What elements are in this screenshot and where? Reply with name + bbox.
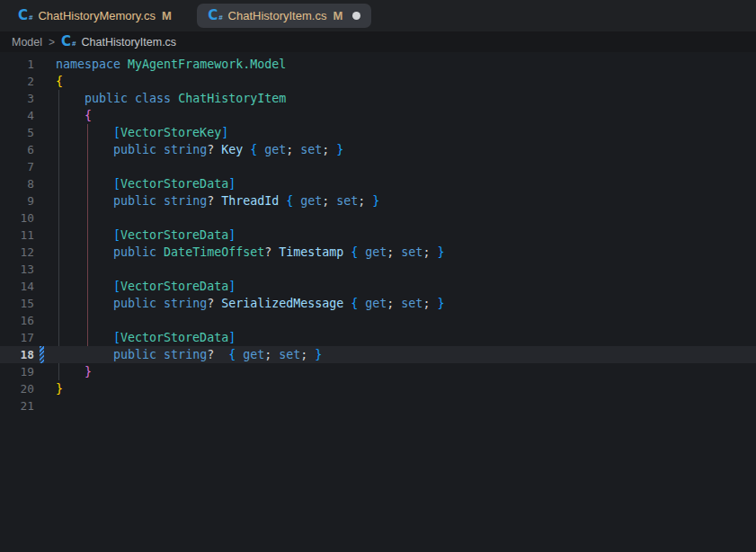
code-text[interactable]: [VectorStoreData]: [56, 278, 236, 295]
line-number[interactable]: 17: [0, 329, 34, 346]
line-number[interactable]: 6: [0, 141, 34, 158]
breadcrumb: Model > C# ChatHistoryItem.cs: [0, 31, 756, 52]
git-modified-gutter-marker: [40, 346, 44, 363]
code-text[interactable]: public string? SerializedMessage { get; …: [56, 295, 444, 312]
line-number[interactable]: 14: [0, 278, 34, 295]
code-line-5[interactable]: 5 [VectorStoreKey]: [0, 124, 756, 141]
tab-label: ChatHistoryMemory.cs: [38, 9, 156, 22]
gutter-decoration-area: [34, 244, 56, 261]
code-line-21[interactable]: 21: [0, 397, 756, 414]
code-text[interactable]: namespace MyAgentFramework.Model: [56, 56, 286, 73]
code-line-13[interactable]: 13: [0, 261, 756, 278]
code-text[interactable]: public string? { get; set; }: [56, 346, 322, 363]
gutter-decoration-area: [34, 397, 56, 414]
gutter-decoration-area: [34, 209, 56, 227]
code-text[interactable]: public string? ThreadId { get; set; }: [56, 192, 379, 209]
gutter-decoration-area: [34, 329, 56, 346]
code-line-17[interactable]: 17 [VectorStoreData]: [0, 329, 756, 346]
code-text[interactable]: [VectorStoreData]: [56, 227, 236, 244]
code-line-12[interactable]: 12 public DateTimeOffset? Timestamp { ge…: [0, 244, 756, 261]
gutter-decoration-area: [34, 312, 56, 329]
gutter-decoration-area: [34, 363, 56, 380]
code-line-7[interactable]: 7: [0, 158, 756, 175]
gutter-decoration-area: [34, 227, 56, 244]
code-line-16[interactable]: 16: [0, 312, 756, 329]
code-line-6[interactable]: 6 public string? Key { get; set; }: [0, 141, 756, 158]
tab-label: ChatHistoryItem.cs: [228, 9, 327, 22]
line-number[interactable]: 5: [0, 124, 34, 141]
code-line-18[interactable]: 18 public string? { get; set; }: [0, 346, 756, 363]
chevron-right-icon: >: [49, 36, 55, 49]
csharp-file-icon: C#: [208, 9, 222, 22]
git-modified-badge: M: [333, 9, 342, 22]
line-number[interactable]: 1: [0, 56, 34, 73]
code-line-9[interactable]: 9 public string? ThreadId { get; set; }: [0, 192, 756, 209]
line-number[interactable]: 4: [0, 107, 34, 124]
code-line-14[interactable]: 14 [VectorStoreData]: [0, 278, 756, 295]
breadcrumb-folder[interactable]: Model: [12, 36, 42, 49]
line-number[interactable]: 10: [0, 209, 34, 227]
code-line-1[interactable]: 1namespace MyAgentFramework.Model: [0, 56, 756, 73]
code-line-3[interactable]: 3 public class ChatHistoryItem: [0, 90, 756, 107]
code-text[interactable]: [VectorStoreData]: [56, 175, 236, 192]
csharp-file-icon: C#: [18, 9, 32, 22]
code-line-4[interactable]: 4 {: [0, 107, 756, 124]
line-number[interactable]: 9: [0, 192, 34, 209]
code-text[interactable]: [VectorStoreKey]: [56, 124, 228, 141]
line-number[interactable]: 15: [0, 295, 34, 312]
gutter-decoration-area: [34, 295, 56, 312]
code-line-2[interactable]: 2{: [0, 73, 756, 90]
code-text[interactable]: public DateTimeOffset? Timestamp { get; …: [56, 244, 444, 261]
unsaved-changes-dot-icon[interactable]: [352, 12, 360, 20]
line-number[interactable]: 20: [0, 380, 34, 397]
code-text[interactable]: public string? Key { get; set; }: [56, 141, 343, 158]
gutter-decoration-area: [34, 56, 56, 73]
gutter-decoration-area: [34, 73, 56, 90]
code-text[interactable]: }: [56, 380, 63, 397]
tab-chathistoryitem[interactable]: C# ChatHistoryItem.cs M: [197, 4, 370, 28]
line-number[interactable]: 8: [0, 175, 34, 192]
gutter-decoration-area: [34, 124, 56, 141]
line-number[interactable]: 7: [0, 158, 34, 175]
code-line-10[interactable]: 10: [0, 209, 756, 227]
code-line-19[interactable]: 19 }: [0, 363, 756, 380]
csharp-file-icon: C#: [61, 35, 76, 49]
code-editor-window: C# ChatHistoryMemory.cs M C# ChatHistory…: [0, 0, 756, 552]
gutter-decoration-area: [34, 175, 56, 192]
gutter-decoration-area: [34, 107, 56, 124]
line-number[interactable]: 12: [0, 244, 34, 261]
code-text[interactable]: public class ChatHistoryItem: [56, 90, 286, 107]
line-number[interactable]: 2: [0, 73, 34, 90]
line-number[interactable]: 11: [0, 227, 34, 244]
git-modified-badge: M: [162, 9, 172, 22]
line-number[interactable]: 19: [0, 363, 34, 380]
line-number[interactable]: 13: [0, 261, 34, 278]
gutter-decoration-area: [34, 90, 56, 107]
code-text[interactable]: {: [56, 107, 92, 124]
line-number[interactable]: 21: [0, 397, 34, 414]
line-number[interactable]: 16: [0, 312, 34, 329]
code-text[interactable]: [VectorStoreData]: [56, 329, 236, 346]
code-line-11[interactable]: 11 [VectorStoreData]: [0, 227, 756, 244]
code-line-20[interactable]: 20}: [0, 380, 756, 397]
code-text[interactable]: {: [56, 73, 63, 90]
gutter-decoration-area: [34, 192, 56, 209]
gutter-decoration-area: [34, 261, 56, 278]
gutter-decoration-area: [34, 380, 56, 397]
tab-bar: C# ChatHistoryMemory.cs M C# ChatHistory…: [0, 0, 756, 31]
editor-lines[interactable]: 1namespace MyAgentFramework.Model2{3 pub…: [0, 52, 756, 552]
code-line-8[interactable]: 8 [VectorStoreData]: [0, 175, 756, 192]
gutter-decoration-area: [34, 278, 56, 295]
code-text[interactable]: }: [56, 363, 92, 380]
gutter-decoration-area: [34, 158, 56, 175]
line-number[interactable]: 3: [0, 90, 34, 107]
line-number[interactable]: 18: [0, 346, 34, 363]
gutter-decoration-area: [34, 346, 56, 363]
code-line-15[interactable]: 15 public string? SerializedMessage { ge…: [0, 295, 756, 312]
breadcrumb-file[interactable]: ChatHistoryItem.cs: [82, 36, 177, 49]
gutter-decoration-area: [34, 141, 56, 158]
tab-chathistorymemory[interactable]: C# ChatHistoryMemory.cs M: [7, 4, 182, 28]
